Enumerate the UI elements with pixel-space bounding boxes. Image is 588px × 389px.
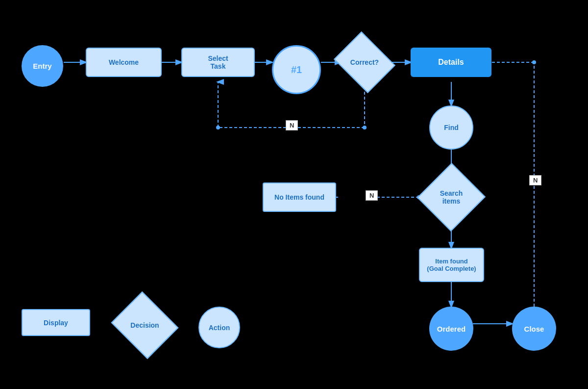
num1-label: #1: [291, 64, 302, 76]
select-task-label: Select Task: [208, 54, 228, 70]
ordered-node: Ordered: [429, 307, 473, 351]
item-found-label: Item found (Goal Complete): [427, 258, 476, 272]
n-label-3: N: [529, 175, 541, 185]
details-node: Details: [411, 48, 491, 77]
svg-point-22: [532, 60, 536, 64]
correct-label: Correct?: [350, 58, 379, 66]
num1-node: #1: [272, 45, 321, 94]
n2-text: N: [369, 192, 374, 199]
n-label-1: N: [286, 120, 298, 130]
n1-text: N: [290, 122, 294, 129]
diagram-container: Entry Welcome Select Task #1 Correct? De…: [0, 0, 588, 389]
no-items-found-node: No Items found: [263, 182, 336, 212]
details-label: Details: [438, 58, 464, 67]
find-label: Find: [444, 124, 459, 131]
close-label: Close: [524, 325, 544, 333]
correct-node: Correct?: [341, 43, 389, 82]
legend-decision: Decision: [119, 303, 171, 347]
item-found-node: Item found (Goal Complete): [419, 248, 484, 282]
close-node: Close: [512, 307, 556, 351]
entry-label: Entry: [33, 62, 51, 70]
entry-node: Entry: [22, 45, 63, 87]
welcome-node: Welcome: [86, 48, 162, 77]
search-items-label: Search items: [440, 189, 463, 205]
find-node: Find: [429, 105, 473, 150]
legend-display: Display: [22, 309, 90, 336]
welcome-label: Welcome: [109, 58, 139, 66]
legend-action: Action: [198, 307, 240, 348]
ordered-label: Ordered: [437, 325, 466, 333]
legend-action-label: Action: [209, 324, 230, 332]
legend-decision-label: Decision: [130, 321, 159, 329]
search-items-node: Search items: [427, 173, 475, 222]
select-task-node: Select Task: [181, 48, 255, 77]
n3-text: N: [533, 177, 538, 184]
legend-display-label: Display: [44, 319, 68, 327]
n-label-2: N: [366, 190, 378, 201]
no-items-found-label: No Items found: [274, 193, 324, 201]
